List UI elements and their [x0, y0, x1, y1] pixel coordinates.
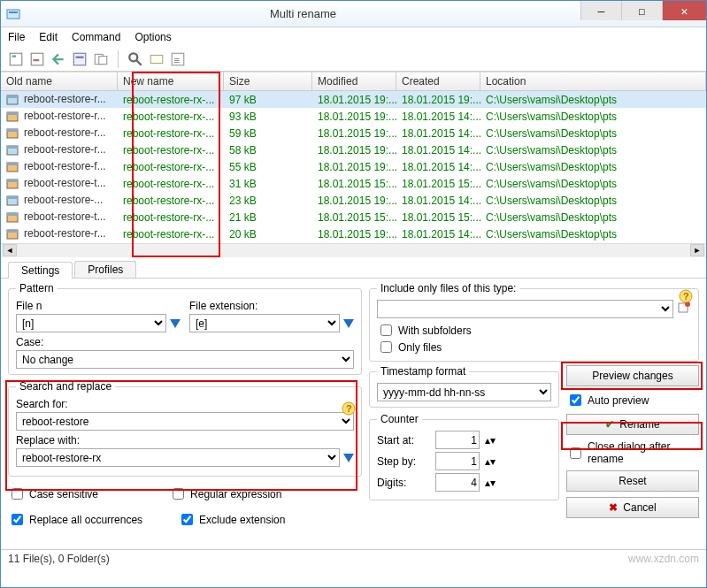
file-icon: [6, 161, 20, 173]
file-icon: [6, 94, 20, 106]
menu-command[interactable]: Command: [72, 31, 120, 43]
file-icon: [6, 111, 20, 123]
include-legend: Include only files of this type:: [377, 282, 519, 294]
svg-text:?: ?: [683, 291, 689, 302]
svg-rect-0: [7, 10, 19, 19]
close-button[interactable]: ✕: [662, 1, 706, 20]
reset-button[interactable]: Reset: [566, 470, 699, 492]
menu-file[interactable]: File: [8, 31, 25, 43]
ext-dropdown-icon[interactable]: [343, 319, 354, 328]
regex-label: Regular expression: [190, 488, 281, 500]
replace-all-checkbox[interactable]: [12, 514, 23, 525]
maximize-button[interactable]: ☐: [621, 1, 662, 20]
filetype-input[interactable]: [377, 300, 673, 318]
spinner-icon[interactable]: ▴▾: [485, 434, 496, 447]
close-after-checkbox[interactable]: [570, 447, 581, 459]
timestamp-input[interactable]: yyyy-mm-dd hh-nn-ss: [377, 383, 551, 401]
spinner-icon[interactable]: ▴▾: [485, 455, 496, 468]
check-icon: ✔: [605, 418, 614, 431]
menu-edit[interactable]: Edit: [39, 31, 58, 43]
search-replace-legend: Search and replace: [16, 380, 115, 393]
svg-rect-2: [10, 53, 22, 65]
svg-rect-7: [76, 56, 84, 57]
minimize-button[interactable]: —: [580, 1, 621, 20]
pattern-group: Pattern File n [n] File extension: [e]: [8, 282, 362, 375]
column-modified[interactable]: Modified: [312, 73, 396, 90]
replace-all-label: Replace all occurrences: [29, 514, 142, 526]
list-header: Old name New name Size Modified Created …: [1, 72, 706, 91]
timestamp-group: Timestamp format yyyy-mm-dd hh-nn-ss: [369, 365, 559, 408]
toolbar-icon-3[interactable]: [50, 51, 66, 67]
cancel-button[interactable]: ✖ Cancel: [566, 497, 699, 518]
filen-input[interactable]: [n]: [16, 314, 166, 332]
pattern-legend: Pattern: [16, 282, 58, 294]
toolbar-icon-5[interactable]: [93, 51, 109, 67]
table-row[interactable]: reboot-restore-r...reboot-restore-rx-...…: [1, 225, 706, 242]
status-bar: 11 File(s), 0 Folder(s) www.xzdn.com: [1, 549, 706, 569]
table-row[interactable]: reboot-restore-r...reboot-restore-rx-...…: [1, 141, 706, 158]
file-icon: [6, 144, 20, 157]
menu-options[interactable]: Options: [134, 31, 171, 43]
toolbar-icon-6[interactable]: [127, 51, 143, 67]
preview-changes-button[interactable]: Preview changes: [566, 365, 699, 386]
svg-rect-9: [99, 56, 107, 64]
include-group: Include only files of this type: ? With …: [369, 282, 699, 362]
replace-dropdown-icon[interactable]: [343, 454, 354, 462]
start-at-input[interactable]: [435, 431, 480, 449]
search-for-input[interactable]: reboot-restore: [16, 412, 354, 431]
onlyfiles-checkbox[interactable]: [380, 341, 392, 353]
table-row[interactable]: reboot-restore-r...reboot-restore-rx-...…: [1, 91, 706, 108]
toolbar-icon-8[interactable]: ≡: [170, 51, 186, 67]
svg-rect-12: [150, 55, 163, 63]
digits-label: Digits:: [377, 477, 430, 489]
column-location[interactable]: Location: [480, 73, 706, 90]
toolbar-icon-2[interactable]: [29, 51, 45, 67]
regex-checkbox[interactable]: [173, 488, 184, 500]
file-icon: [6, 211, 20, 224]
filen-label: File n: [16, 300, 181, 312]
step-by-input[interactable]: [435, 452, 480, 470]
toolbar-icon-7[interactable]: [149, 51, 165, 67]
subfolders-label: With subfolders: [398, 325, 472, 337]
filen-dropdown-icon[interactable]: [170, 319, 181, 328]
help-icon[interactable]: ?: [342, 401, 356, 418]
search-for-label: Search for:: [16, 398, 354, 410]
toolbar-icon-1[interactable]: [8, 51, 24, 67]
column-new-name[interactable]: New name: [118, 73, 224, 90]
tab-settings[interactable]: Settings: [8, 262, 73, 279]
table-row[interactable]: reboot-restore-r...reboot-restore-rx-...…: [1, 125, 706, 141]
help-icon-2[interactable]: ?: [679, 289, 693, 306]
subfolders-checkbox[interactable]: [380, 325, 392, 336]
case-select[interactable]: No change: [16, 350, 354, 369]
table-row[interactable]: reboot-restore-t...reboot-restore-rx-...…: [1, 175, 706, 192]
column-size[interactable]: Size: [224, 73, 312, 90]
window-title: Multi rename: [26, 7, 580, 20]
table-row[interactable]: reboot-restore-t...reboot-restore-rx-...…: [1, 209, 706, 225]
replace-with-label: Replace with:: [16, 434, 354, 447]
exclude-ext-checkbox[interactable]: [181, 514, 193, 525]
svg-rect-3: [12, 55, 17, 57]
scroll-left-icon[interactable]: ◄: [3, 244, 17, 256]
table-row[interactable]: reboot-restore-...reboot-restore-rx-...2…: [1, 192, 706, 209]
file-icon: [6, 178, 20, 190]
svg-rect-24: [7, 163, 18, 165]
file-icon: [6, 228, 20, 241]
column-old-name[interactable]: Old name: [1, 73, 118, 90]
svg-rect-5: [34, 59, 40, 61]
table-row[interactable]: reboot-restore-f...reboot-restore-rx-...…: [1, 158, 706, 175]
tab-profiles[interactable]: Profiles: [74, 261, 136, 278]
spinner-icon[interactable]: ▴▾: [485, 477, 496, 489]
digits-input[interactable]: [435, 473, 480, 492]
file-list: Old name New name Size Modified Created …: [1, 72, 706, 257]
svg-rect-22: [7, 146, 18, 149]
horizontal-scrollbar[interactable]: ◄ ►: [1, 243, 706, 257]
case-sensitive-checkbox[interactable]: [12, 488, 23, 500]
table-row[interactable]: reboot-restore-r...reboot-restore-rx-...…: [1, 108, 706, 125]
column-created[interactable]: Created: [396, 73, 480, 90]
rename-button[interactable]: ✔ Rename: [566, 414, 699, 435]
scroll-right-icon[interactable]: ►: [690, 244, 704, 256]
replace-with-input[interactable]: reboot-restore-rx: [16, 448, 340, 467]
auto-preview-checkbox[interactable]: [570, 394, 581, 406]
toolbar-icon-4[interactable]: [72, 51, 88, 67]
ext-input[interactable]: [e]: [189, 314, 340, 332]
